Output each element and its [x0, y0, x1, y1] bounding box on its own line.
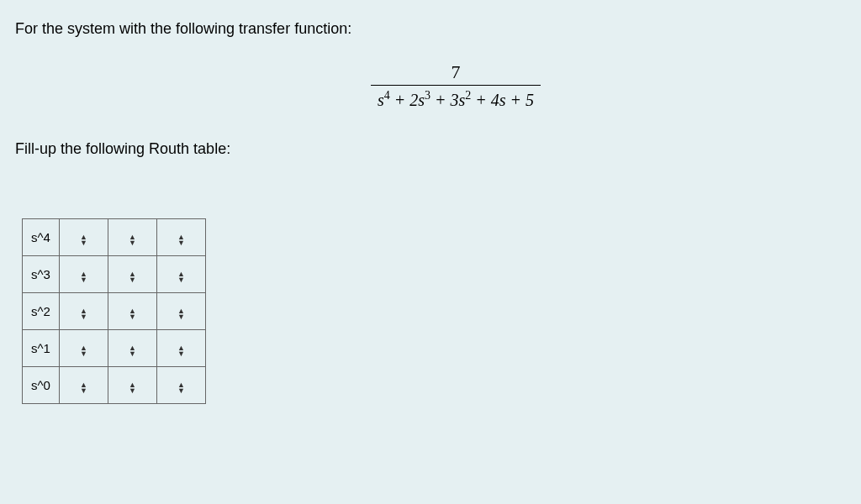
row-label: s^1 — [23, 329, 60, 366]
routh-cell-stepper[interactable]: ▲▼ — [108, 292, 157, 329]
transfer-function-formula: 7 s4 + 2s3 + 3s2 + 4s + 5 — [66, 61, 846, 110]
stepper-arrows-icon[interactable]: ▲▼ — [129, 345, 136, 357]
table-row: s^4▲▼▲▼▲▼ — [23, 218, 206, 255]
routh-cell-stepper[interactable]: ▲▼ — [60, 218, 108, 255]
routh-cell-stepper[interactable]: ▲▼ — [108, 366, 157, 403]
stepper-arrows-icon[interactable]: ▲▼ — [129, 271, 136, 283]
stepper-arrows-icon[interactable]: ▲▼ — [80, 234, 87, 246]
stepper-arrows-icon[interactable]: ▲▼ — [129, 382, 136, 394]
routh-cell-stepper[interactable]: ▲▼ — [108, 329, 157, 366]
stepper-arrows-icon[interactable]: ▲▼ — [129, 308, 136, 320]
prompt-text-2: Fill-up the following Routh table: — [15, 140, 846, 158]
routh-cell-stepper[interactable]: ▲▼ — [60, 292, 108, 329]
routh-cell-stepper[interactable]: ▲▼ — [108, 255, 157, 292]
table-row: s^0▲▼▲▼▲▼ — [23, 366, 206, 403]
stepper-arrows-icon[interactable]: ▲▼ — [129, 234, 136, 246]
table-row: s^1▲▼▲▼▲▼ — [23, 329, 206, 366]
routh-cell-stepper[interactable]: ▲▼ — [60, 366, 108, 403]
row-label: s^4 — [23, 218, 60, 255]
routh-cell-stepper[interactable]: ▲▼ — [108, 218, 157, 255]
routh-cell-stepper[interactable]: ▲▼ — [157, 366, 206, 403]
prompt-text-1: For the system with the following transf… — [15, 20, 846, 38]
formula-numerator: 7 — [371, 61, 541, 86]
stepper-arrows-icon[interactable]: ▲▼ — [80, 308, 87, 320]
routh-cell-stepper[interactable]: ▲▼ — [60, 329, 108, 366]
stepper-arrows-icon[interactable]: ▲▼ — [177, 308, 185, 320]
row-label: s^2 — [23, 292, 60, 329]
stepper-arrows-icon[interactable]: ▲▼ — [80, 271, 87, 283]
table-row: s^2▲▼▲▼▲▼ — [23, 292, 206, 329]
routh-cell-stepper[interactable]: ▲▼ — [157, 329, 206, 366]
stepper-arrows-icon[interactable]: ▲▼ — [80, 345, 87, 357]
stepper-arrows-icon[interactable]: ▲▼ — [177, 234, 185, 246]
stepper-arrows-icon[interactable]: ▲▼ — [177, 382, 185, 394]
stepper-arrows-icon[interactable]: ▲▼ — [80, 382, 87, 394]
stepper-arrows-icon[interactable]: ▲▼ — [177, 271, 185, 283]
routh-cell-stepper[interactable]: ▲▼ — [60, 255, 108, 292]
row-label: s^3 — [23, 255, 60, 292]
formula-denominator: s4 + 2s3 + 3s2 + 4s + 5 — [371, 86, 541, 110]
routh-table-body: s^4▲▼▲▼▲▼s^3▲▼▲▼▲▼s^2▲▼▲▼▲▼s^1▲▼▲▼▲▼s^0▲… — [23, 218, 206, 403]
routh-table: s^4▲▼▲▼▲▼s^3▲▼▲▼▲▼s^2▲▼▲▼▲▼s^1▲▼▲▼▲▼s^0▲… — [22, 218, 206, 404]
stepper-arrows-icon[interactable]: ▲▼ — [177, 345, 185, 357]
row-label: s^0 — [23, 366, 60, 403]
routh-cell-stepper[interactable]: ▲▼ — [157, 292, 206, 329]
routh-cell-stepper[interactable]: ▲▼ — [157, 218, 206, 255]
table-row: s^3▲▼▲▼▲▼ — [23, 255, 206, 292]
routh-cell-stepper[interactable]: ▲▼ — [157, 255, 206, 292]
